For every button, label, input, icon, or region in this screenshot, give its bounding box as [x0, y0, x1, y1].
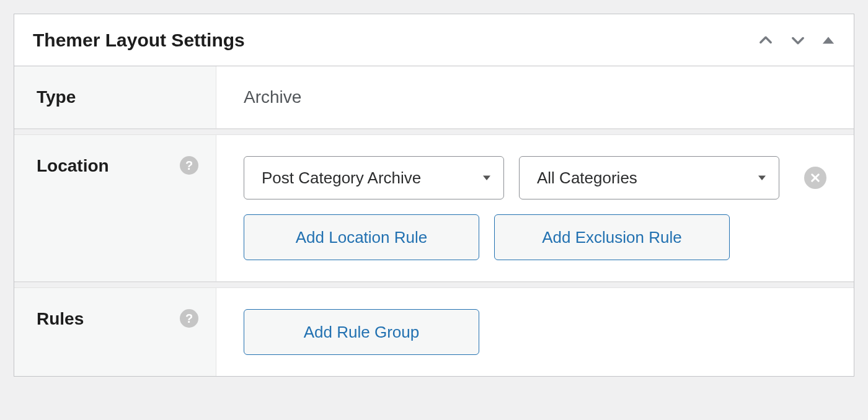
location-type-select[interactable]: Post Category Archive: [244, 156, 504, 199]
label-col: Location ?: [14, 135, 216, 281]
select-value: Post Category Archive: [262, 168, 421, 188]
type-value: Archive: [244, 87, 826, 107]
value-col: Archive: [216, 66, 854, 128]
svg-marker-1: [483, 176, 490, 181]
help-icon[interactable]: ?: [180, 309, 198, 328]
type-label: Type: [37, 87, 76, 107]
move-down-button[interactable]: [789, 32, 807, 49]
svg-marker-2: [758, 176, 766, 181]
panel-handle-actions: [757, 32, 835, 49]
panel-header: Themer Layout Settings: [14, 14, 854, 66]
close-icon: [810, 172, 821, 183]
move-up-button[interactable]: [757, 32, 774, 49]
add-location-rule-button[interactable]: Add Location Rule: [244, 214, 479, 260]
svg-marker-0: [823, 37, 834, 43]
label-col: Type: [14, 66, 216, 128]
toggle-panel-button[interactable]: [822, 33, 835, 47]
location-selects-line: Post Category Archive All Categories: [244, 156, 826, 199]
panel-body: Type Archive Location ? Post Category Ar…: [14, 66, 854, 376]
value-col: Add Rule Group: [216, 288, 854, 376]
row-divider: [14, 129, 854, 135]
remove-rule-button[interactable]: [804, 167, 826, 189]
caret-down-icon: [481, 168, 492, 188]
help-icon[interactable]: ?: [180, 156, 198, 175]
caret-down-icon: [756, 168, 768, 188]
add-rule-group-button[interactable]: Add Rule Group: [244, 309, 479, 355]
label-col: Rules ?: [14, 288, 216, 376]
chevron-down-icon: [789, 32, 807, 49]
row-type: Type Archive: [14, 66, 854, 129]
rules-buttons-line: Add Rule Group: [244, 309, 826, 355]
add-exclusion-rule-button[interactable]: Add Exclusion Rule: [494, 214, 730, 260]
location-label: Location: [37, 156, 109, 176]
value-col: Post Category Archive All Categories: [216, 135, 854, 281]
location-buttons-line: Add Location Rule Add Exclusion Rule: [244, 214, 826, 260]
row-location: Location ? Post Category Archive All Cat…: [14, 135, 854, 282]
rules-label: Rules: [37, 309, 84, 329]
chevron-up-icon: [757, 32, 774, 49]
themer-layout-settings-panel: Themer Layout Settings Type: [14, 14, 854, 377]
location-value-select[interactable]: All Categories: [519, 156, 779, 199]
row-rules: Rules ? Add Rule Group: [14, 288, 854, 376]
panel-title: Themer Layout Settings: [33, 30, 245, 51]
triangle-up-icon: [822, 33, 835, 47]
row-divider: [14, 282, 854, 288]
select-value: All Categories: [537, 168, 637, 188]
